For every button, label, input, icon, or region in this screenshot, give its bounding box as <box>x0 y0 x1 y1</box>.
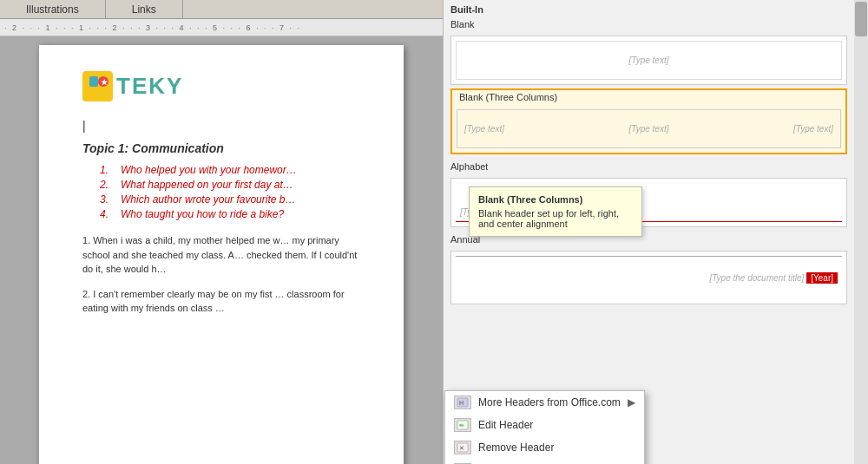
menu-item-remove-header[interactable]: ✕ Remove Header <box>445 436 644 459</box>
paragraph-1: 1. When i was a child, my mother helped … <box>82 233 369 277</box>
paragraph-2: 2. I can't remember clearly may be on my… <box>82 287 369 316</box>
menu-item-more-headers[interactable]: H More Headers from Office.com ▶ <box>445 391 644 414</box>
document-page: ★ TEKY | Topic 1: Communication 1. Who h… <box>39 45 404 464</box>
menu-icon-remove-header: ✕ <box>454 441 471 454</box>
tab-bar: Illustrations Links <box>0 0 443 19</box>
tooltip-description: Blank header set up for left, right, and… <box>478 208 633 229</box>
list-item: 3. Which author wrote your favourite b… <box>100 193 369 206</box>
blank-section-label: Blank <box>444 17 854 32</box>
arrow-icon: ▶ <box>628 396 635 408</box>
logo-text: TEKY <box>116 73 183 100</box>
cursor-line: | <box>82 119 369 133</box>
menu-icon-more-headers: H <box>454 395 471 409</box>
builtin-label: Built-In <box>444 0 854 17</box>
annual-option[interactable]: [Type the document title] [Year] <box>450 251 847 304</box>
scrollbar-thumb[interactable] <box>855 2 867 36</box>
menu-icon-edit-header: ✏ <box>454 418 471 432</box>
menu-item-save-selection[interactable]: 💾 Save Selection to Header Gallery <box>445 459 644 464</box>
svg-text:✏: ✏ <box>459 422 464 428</box>
blank-three-col-label: Blank (Three Columns) <box>450 88 847 105</box>
tooltip-box: Blank (Three Columns) Blank header set u… <box>469 186 642 237</box>
svg-text:✕: ✕ <box>459 445 464 451</box>
document-area: Illustrations Links · 2 · · · 1 · · · 1 … <box>0 0 443 464</box>
svg-text:H: H <box>459 400 464 406</box>
list-item: 1. Who helped you with your homewor… <box>100 164 369 176</box>
svg-rect-1 <box>89 76 98 87</box>
annual-inner: [Type the document title] [Year] <box>456 256 842 299</box>
tab-links[interactable]: Links <box>106 0 183 18</box>
tab-illustrations[interactable]: Illustrations <box>0 0 106 18</box>
list-item: 2. What happened on your first day at… <box>100 179 369 191</box>
topic-heading: Topic 1: Communication <box>82 141 369 155</box>
ruler: · 2 · · · 1 · · · 1 · · · 2 · · · 3 · · … <box>0 19 443 36</box>
blank-three-col-inner: [Type text] [Type text] [Type text] <box>457 109 841 148</box>
blank-header-inner: [Type text] <box>456 41 842 80</box>
tooltip-title: Blank (Three Columns) <box>478 194 633 205</box>
list-item: 4. Who taught you how to ride a bike? <box>100 208 369 220</box>
panel-scrollbar[interactable] <box>854 0 868 464</box>
questions-list: 1. Who helped you with your homewor… 2. … <box>82 164 369 220</box>
alphabet-label: Alphabet <box>444 158 854 174</box>
logo-area: ★ TEKY <box>82 71 369 101</box>
svg-text:★: ★ <box>101 78 108 87</box>
blank-three-col-option[interactable]: [Type text] [Type text] [Type text] <box>450 105 847 154</box>
menu-item-edit-header[interactable]: ✏ Edit Header <box>445 414 644 436</box>
context-menu: H More Headers from Office.com ▶ ✏ Edit … <box>444 390 645 464</box>
blank-header-option[interactable]: [Type text] <box>450 36 847 85</box>
logo-icon: ★ <box>82 71 113 101</box>
